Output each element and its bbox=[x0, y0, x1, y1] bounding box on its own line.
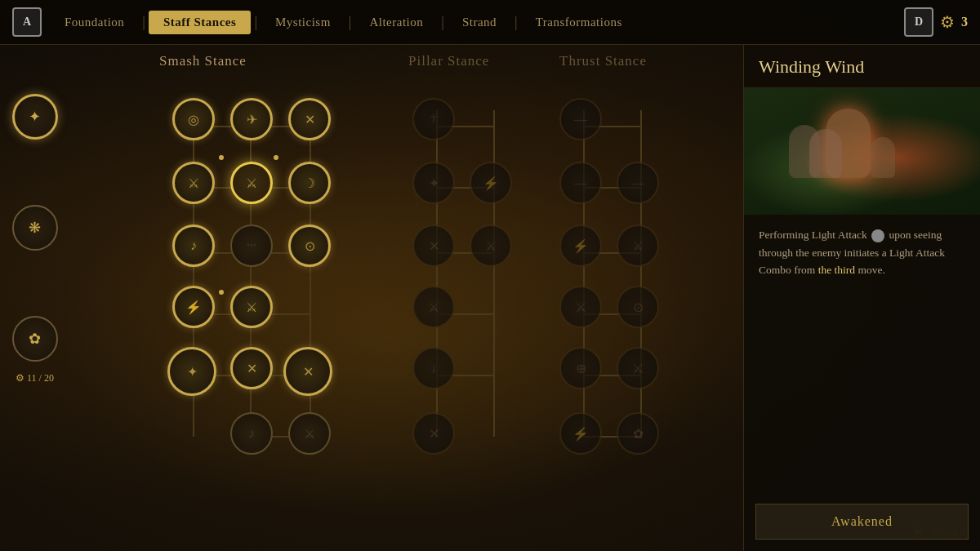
sidebar-skill-1[interactable]: ✦ bbox=[12, 94, 58, 140]
pillar-node-2-3[interactable]: ⚔ bbox=[470, 224, 512, 267]
pillar-icon-1-5: ↓ bbox=[430, 361, 437, 375]
smash-node-3-1[interactable]: ✕ bbox=[288, 98, 331, 140]
smash-node-1-3[interactable]: ♪ bbox=[172, 224, 215, 267]
panel-image-bg bbox=[744, 88, 980, 215]
nav-item-staff-stances[interactable]: Staff Stances bbox=[149, 11, 251, 34]
currency-icon: ⚙ bbox=[940, 12, 955, 32]
nav-separator-2: | bbox=[254, 14, 257, 31]
panel-image bbox=[744, 88, 980, 215]
smash-stance-label: Smash Stance bbox=[159, 53, 247, 69]
smash-node-2-5[interactable]: ✕ bbox=[230, 347, 273, 389]
skill-points-display: 11 / 20 bbox=[27, 372, 54, 384]
thrust-icon-1-1: — bbox=[574, 112, 587, 127]
thrust-icon-1-3: ⚡ bbox=[572, 238, 589, 254]
smash-icon-3-3: ⊙ bbox=[305, 238, 315, 254]
smash-icon-1-1: ◎ bbox=[188, 112, 199, 127]
pillar-stance-label: Pillar Stance bbox=[408, 53, 489, 69]
pillar-node-1-1[interactable]: † bbox=[412, 98, 455, 140]
smash-icon-2-2: ⚔ bbox=[246, 176, 257, 191]
thrust-node-2-5[interactable]: ⚔ bbox=[617, 347, 659, 389]
sidebar-skill-2[interactable]: ❋ bbox=[12, 205, 58, 251]
nav-item-mysticism[interactable]: Mysticism bbox=[261, 11, 345, 34]
thrust-icon-1-5: ⊕ bbox=[576, 361, 586, 376]
pillar-icon-1-2: ✦ bbox=[429, 176, 439, 191]
nav-item-strand[interactable]: Strand bbox=[448, 11, 511, 34]
left-sidebar: ✦ ❋ ✿ ⚙ 11 / 20 bbox=[0, 45, 69, 551]
dot-smash-4 bbox=[219, 290, 224, 295]
pillar-node-2-2[interactable]: ⚡ bbox=[470, 162, 512, 204]
thrust-icon-2-5: ⚔ bbox=[632, 361, 644, 376]
pillar-icon-1-4: ⚔ bbox=[428, 300, 439, 315]
thrust-icon-1-2: — bbox=[574, 176, 587, 190]
right-panel: Winding Wind Performing Light Attack upo… bbox=[743, 45, 980, 551]
description-before: Performing Light Attack bbox=[759, 229, 870, 241]
description-icon bbox=[871, 229, 884, 242]
thrust-icon-2-4: ⊙ bbox=[633, 300, 644, 315]
pillar-icon-1-3: ✕ bbox=[429, 238, 439, 254]
smash-node-2-3[interactable]: ··· bbox=[230, 224, 273, 267]
smash-icon-1-4: ⚡ bbox=[185, 300, 202, 315]
dot-smash-2 bbox=[219, 155, 224, 160]
smash-icon-2-3: ··· bbox=[247, 238, 256, 253]
smash-node-3-4[interactable]: ✕ bbox=[283, 347, 332, 396]
dot-smash-col3-2 bbox=[274, 155, 278, 160]
thrust-stance-label: Thrust Stance bbox=[559, 53, 647, 69]
smash-node-3-5[interactable]: ⚔ bbox=[288, 412, 331, 455]
sidebar-skill-icon-3: ✿ bbox=[29, 330, 41, 348]
thrust-node-1-2[interactable]: — bbox=[559, 162, 602, 204]
pillar-node-1-5[interactable]: ↓ bbox=[412, 347, 455, 389]
nav-separator-5: | bbox=[514, 14, 518, 31]
nav-btn-d[interactable]: D bbox=[904, 7, 933, 37]
smash-node-3-2[interactable]: ☽ bbox=[288, 162, 331, 204]
smash-icon-3-2: ☽ bbox=[304, 176, 315, 191]
thrust-node-1-1[interactable]: — bbox=[559, 98, 602, 140]
pillar-icon-2-3: ⚔ bbox=[485, 238, 497, 254]
description-after: move. bbox=[858, 264, 885, 276]
smash-icon-2-4: ⚔ bbox=[246, 300, 257, 315]
smash-icon-1-3: ♪ bbox=[190, 238, 197, 253]
pillar-node-1-2[interactable]: ✦ bbox=[412, 162, 455, 204]
thrust-icon-2-6: ✿ bbox=[633, 426, 644, 442]
nav-item-transformations[interactable]: Transformations bbox=[521, 11, 637, 34]
smash-node-2-6[interactable]: ♪ bbox=[230, 412, 273, 455]
nav-btn-a[interactable]: A bbox=[12, 7, 42, 37]
smash-node-1-2[interactable]: ⚔ bbox=[172, 162, 215, 204]
smash-node-3-3[interactable]: ⊙ bbox=[288, 224, 331, 267]
pillar-node-1-6[interactable]: ✕ bbox=[412, 412, 455, 455]
nav-separator-3: | bbox=[349, 14, 352, 31]
nav-item-alteration[interactable]: Alteration bbox=[354, 11, 438, 34]
thrust-node-1-3[interactable]: ⚡ bbox=[559, 224, 602, 267]
smash-node-2-4[interactable]: ⚔ bbox=[230, 286, 273, 328]
thrust-node-2-6[interactable]: ✿ bbox=[617, 412, 659, 455]
nav-item-foundation[interactable]: Foundation bbox=[50, 11, 139, 34]
thrust-node-2-3[interactable]: ⚔ bbox=[617, 224, 659, 267]
thrust-node-2-2[interactable]: — bbox=[617, 162, 659, 204]
thrust-node-2-4[interactable]: ⊙ bbox=[617, 286, 659, 328]
smash-node-2-2[interactable]: ⚔ bbox=[230, 162, 273, 204]
smash-node-1-4[interactable]: ⚡ bbox=[172, 286, 215, 328]
panel-description: Performing Light Attack upon seeing thro… bbox=[744, 215, 980, 495]
panel-title: Winding Wind bbox=[744, 45, 980, 88]
thrust-node-1-4[interactable]: ⚔ bbox=[559, 286, 602, 328]
smash-icon-2-6: ♪ bbox=[248, 426, 255, 441]
thrust-icon-1-4: ⚔ bbox=[575, 300, 586, 315]
pillar-node-1-4[interactable]: ⚔ bbox=[412, 286, 455, 328]
thrust-node-1-5[interactable]: ⊕ bbox=[559, 347, 602, 389]
sidebar-skill-3[interactable]: ✿ bbox=[12, 316, 58, 362]
thrust-icon-2-2: — bbox=[631, 176, 644, 190]
thrust-node-1-6[interactable]: ⚡ bbox=[559, 412, 602, 455]
sidebar-skill-icon-1: ✦ bbox=[29, 108, 41, 126]
smash-icon-1-2: ⚔ bbox=[188, 176, 199, 191]
smash-icon-1-5: ✦ bbox=[187, 364, 198, 380]
smash-icon-3-1: ✕ bbox=[305, 112, 315, 127]
thrust-icon-1-6: ⚡ bbox=[572, 426, 589, 442]
currency-count: 3 bbox=[961, 15, 968, 29]
smash-node-1-1[interactable]: ◎ bbox=[172, 98, 215, 140]
sidebar-skill-icon-2: ❋ bbox=[29, 219, 41, 237]
nav-right: D ⚙ 3 bbox=[904, 7, 968, 37]
panel-awakened[interactable]: Awakened bbox=[755, 504, 969, 540]
smash-node-2-1[interactable]: ✈ bbox=[230, 98, 273, 140]
nav-separator-1: | bbox=[142, 14, 145, 31]
smash-node-1-5[interactable]: ✦ bbox=[167, 347, 216, 396]
pillar-node-1-3[interactable]: ✕ bbox=[412, 224, 455, 267]
